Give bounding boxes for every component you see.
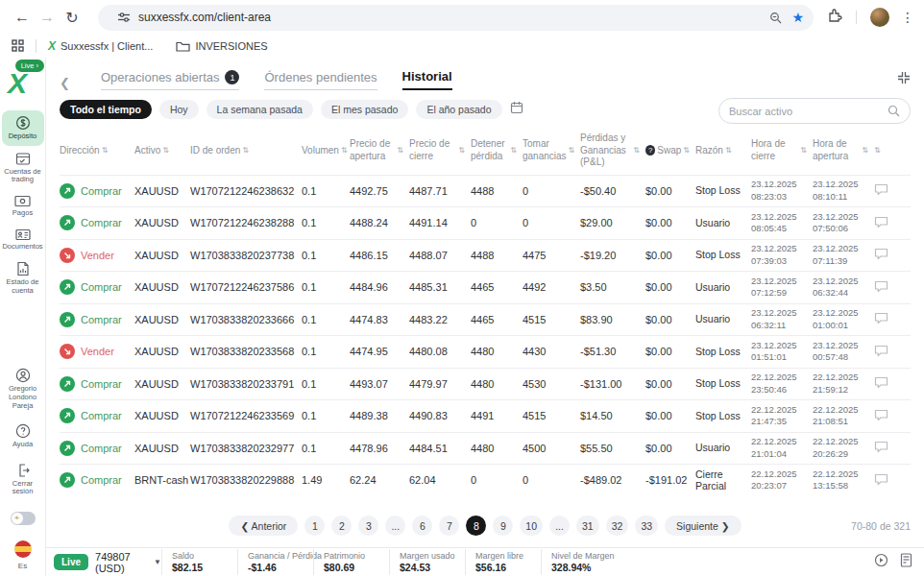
column-header-hora-de-apertura[interactable]: Hora de apertura⇅ <box>813 132 874 169</box>
pagination-page-7[interactable]: 7 <box>439 516 459 536</box>
filter-la-semana-pasada[interactable]: La semana pasada <box>207 100 313 119</box>
comment-icon[interactable] <box>874 251 888 262</box>
pagination-page-32[interactable]: 32 <box>606 516 629 536</box>
sidebar-item-profile[interactable]: Gregorio Londono Pareja <box>2 363 44 415</box>
sort-icon[interactable]: ⇅ <box>510 146 517 156</box>
sort-icon[interactable]: ⇅ <box>874 146 881 156</box>
sort-icon[interactable]: ⇅ <box>102 146 109 156</box>
pagination-prev-button[interactable]: ❮ Anterior <box>229 516 298 536</box>
pagination-page-33[interactable]: 33 <box>635 516 658 536</box>
table-row[interactable]: ComprarXAUUSDW17072122462335690.14489.38… <box>60 399 911 432</box>
asset-search[interactable] <box>718 98 911 124</box>
sort-icon[interactable]: ⇅ <box>633 146 640 156</box>
pagination-page-6[interactable]: 6 <box>412 516 432 536</box>
pagination-page-3[interactable]: 3 <box>358 516 378 536</box>
tab-historial[interactable]: Historial <box>402 69 452 90</box>
column-header-raz-n[interactable]: Razón⇅ <box>695 132 751 169</box>
play-circle-icon[interactable] <box>874 553 888 571</box>
sidebar-item-documents[interactable]: Documentos <box>2 224 44 256</box>
pagination-page-2[interactable]: 2 <box>331 516 352 536</box>
column-header-id-de-orden[interactable]: ID de orden⇅ <box>190 132 302 169</box>
column-header-precio-de-apertura[interactable]: Precio de apertura⇅ <box>350 132 409 169</box>
sidebar-item-logout[interactable]: Cerrar sesión <box>2 458 44 501</box>
back-icon[interactable]: ← <box>10 9 35 26</box>
column-header-p-rdidas-y-ganancias-p-l-[interactable]: Pérdidas y Ganancias (P&L)⇅ <box>580 132 645 169</box>
sort-icon[interactable]: ⇅ <box>397 146 403 156</box>
account-selector[interactable]: Live 749807 (USD) ▼ <box>54 551 161 574</box>
bookmark-star-icon[interactable]: ★ <box>791 10 804 25</box>
comment-icon[interactable] <box>874 444 888 455</box>
pagination-page-9[interactable]: 9 <box>493 516 513 536</box>
pagination-page-10[interactable]: 10 <box>520 516 543 536</box>
sort-icon[interactable]: ⇅ <box>341 146 348 156</box>
tab-operaciones-abiertas[interactable]: Operaciones abiertas 1 <box>101 70 240 90</box>
sort-icon[interactable]: ⇅ <box>242 146 249 156</box>
sidebar-item-help[interactable]: Ayuda <box>2 419 44 454</box>
zoom-icon[interactable] <box>769 12 782 24</box>
sort-icon[interactable]: ⇅ <box>569 146 575 156</box>
apps-grid-icon[interactable] <box>12 39 24 54</box>
table-row[interactable]: ComprarXAUUSDW17038338202329770.14478.96… <box>60 432 911 465</box>
sort-icon[interactable]: ⇅ <box>162 146 169 156</box>
table-row[interactable]: ComprarXAUUSDW17072122462382880.14488.24… <box>60 206 911 239</box>
comment-icon[interactable] <box>874 219 888 230</box>
table-row[interactable]: ComprarXAUUSDW17072122462375860.14484.96… <box>60 271 911 303</box>
bookmark-folder-inversiones[interactable]: INVERSIONES <box>176 40 267 52</box>
filter-el-mes-pasado[interactable]: El mes pasado <box>321 100 408 119</box>
swap-info-icon[interactable]: ? <box>645 145 655 156</box>
table-row[interactable]: ComprarXAUUSDW17072122462386320.14492.75… <box>60 175 911 207</box>
table-row[interactable]: ComprarXAUUSDW17038338202336660.14474.83… <box>60 303 911 336</box>
search-input[interactable] <box>729 106 888 117</box>
sort-icon[interactable]: ⇅ <box>458 146 465 156</box>
sidebar-item-account-statement[interactable]: Estado de cuenta <box>2 256 44 300</box>
comment-icon[interactable] <box>874 315 888 326</box>
comment-icon[interactable] <box>874 412 888 423</box>
menu-kebab-icon[interactable]: ⋮ <box>901 10 914 25</box>
tab-ordenes-pendientes[interactable]: Órdenes pendientes <box>264 70 377 90</box>
language-flag-icon[interactable] <box>14 540 32 558</box>
brand-logo[interactable]: X Live › <box>0 60 45 109</box>
table-row[interactable]: VenderXAUUSDW17038338202335680.14474.954… <box>60 335 911 368</box>
address-bar[interactable]: suxxessfx.com/client-area ★ <box>98 5 814 31</box>
filter-todo-el-tiempo[interactable]: Todo el tiempo <box>60 100 152 119</box>
calendar-icon[interactable] <box>510 101 523 118</box>
comment-icon[interactable] <box>874 379 888 391</box>
comment-icon[interactable] <box>874 476 888 488</box>
column-header-hora-de-cierre[interactable]: Hora de cierre⇅ <box>751 132 813 169</box>
comment-icon[interactable] <box>874 283 888 295</box>
column-header-precio-de-cierre[interactable]: Precio de cierre⇅ <box>409 132 471 169</box>
column-header-tomar-ganancias[interactable]: Tomar ganancias⇅ <box>523 132 580 169</box>
table-row[interactable]: VenderXAUUSDW17038338202377380.14486.154… <box>60 239 911 272</box>
column-header-direcci-n[interactable]: Dirección⇅ <box>60 132 134 169</box>
profile-avatar[interactable] <box>870 8 889 27</box>
reload-icon[interactable]: ↻ <box>60 9 85 27</box>
filter-hoy[interactable]: Hoy <box>159 100 199 119</box>
comment-icon[interactable] <box>874 186 888 198</box>
collapse-sidebar-chevron[interactable]: ❮ <box>60 76 70 90</box>
column-header-swap[interactable]: ?Swap⇅ <box>645 132 695 169</box>
pagination-page-1[interactable]: 1 <box>304 516 325 536</box>
sort-icon[interactable]: ⇅ <box>683 146 690 156</box>
sidebar-item-trading-accounts[interactable]: Cuentas de trading <box>2 147 44 189</box>
comment-icon[interactable] <box>874 348 888 359</box>
pagination-page-8[interactable]: 8 <box>466 516 486 536</box>
collapse-view-icon[interactable] <box>897 71 911 88</box>
column-header-activo[interactable]: Activo⇅ <box>134 132 190 169</box>
sort-icon[interactable]: ⇅ <box>862 146 868 156</box>
sidebar-item-payments[interactable]: Pagos <box>2 190 44 223</box>
journal-icon[interactable] <box>900 553 912 571</box>
sort-icon[interactable]: ⇅ <box>800 146 807 156</box>
table-row[interactable]: ComprarBRNT-cashW17038338202298881.4962.… <box>60 464 911 496</box>
table-row[interactable]: ComprarXAUUSDW17038338202337910.14493.07… <box>60 368 911 400</box>
sidebar-item-deposit[interactable]: Depósito <box>2 110 44 146</box>
column-header-volumen[interactable]: Volumen⇅ <box>302 132 350 169</box>
column-header-actions[interactable]: ⇅ <box>874 132 907 169</box>
extensions-icon[interactable] <box>827 8 842 27</box>
sort-icon[interactable]: ⇅ <box>725 146 732 156</box>
theme-toggle[interactable]: ☀ <box>11 512 36 525</box>
site-settings-icon[interactable] <box>117 11 131 24</box>
bookmark-suxxessfx[interactable]: X Suxxessfx | Client... <box>48 39 153 53</box>
pagination-next-button[interactable]: Siguiente ❯ <box>665 516 742 536</box>
forward-icon[interactable]: → <box>35 9 60 26</box>
filter-el-año-pasado[interactable]: El año pasado <box>416 100 501 119</box>
